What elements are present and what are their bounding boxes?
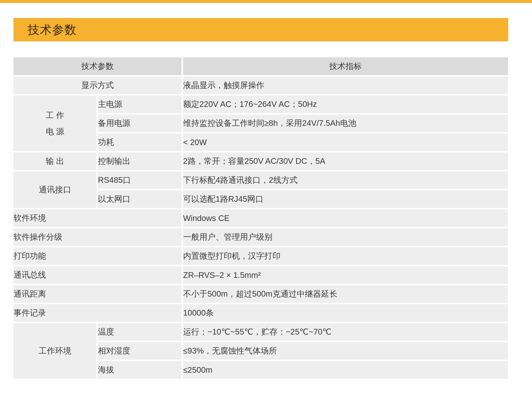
table-row-rs485: 通讯接口 RS485口 下行标配4路通讯接口，2线方式 [14, 171, 508, 189]
table-row-printing: 打印功能 内置微型打印机，汉字打印 [14, 247, 508, 265]
row-altitude-value: ≤2500m [183, 361, 508, 379]
row-display-label: 显示方式 [14, 77, 182, 94]
table-row-event-log: 事件记录 10000条 [14, 304, 508, 322]
row-comm-distance-label: 通讯距离 [14, 285, 182, 303]
row-control-output-value: 2路，常开；容量250V AC/30V DC，5A [183, 152, 508, 170]
row-backup-power-label: 备用电源 [98, 115, 182, 132]
row-comm-bus-value: ZR–RVS–2 × 1.5mm² [183, 266, 508, 284]
row-rs485-value: 下行标配4路通讯接口，2线方式 [183, 171, 508, 189]
row-main-power-value: 额定220V AC；176~264V AC；50Hz [183, 96, 508, 113]
row-backup-power-value: 维持监控设备工作时间≥8h，采用24V/7.5Ah电池 [183, 115, 508, 132]
row-software-levels-label: 软件操作分级 [14, 228, 182, 246]
row-consumption-value: < 20W [183, 134, 508, 151]
row-humidity-value: ≤93%，无腐蚀性气体场所 [183, 342, 508, 360]
row-software-env-value: Windows CE [183, 209, 508, 227]
table-row-comm-distance: 通讯距离 不小于500m，超过500m克通过中继器延长 [14, 285, 508, 303]
row-event-log-value: 10000条 [183, 304, 508, 322]
spec-table-container: 技术参数 技术指标 显示方式 液晶显示，触摸屏操作 工 作 电 源 主电源 额定… [12, 56, 509, 380]
row-humidity-label: 相对湿度 [98, 342, 182, 360]
table-row-temperature: 工作环境 温度 运行：−10℃~55℃，贮存：−25℃~70℃ [14, 323, 508, 341]
group-cell-comm-interface: 通讯接口 [14, 171, 96, 208]
row-rs485-label: RS485口 [98, 171, 182, 189]
row-ethernet-value: 可以选配1路RJ45网口 [183, 190, 508, 208]
table-header-row: 技术参数 技术指标 [14, 57, 508, 75]
group-working-power-line2: 电 源 [14, 123, 96, 140]
section-title: 技术参数 [14, 22, 77, 38]
table-row-main-power: 工 作 电 源 主电源 额定220V AC；176~264V AC；50Hz [14, 96, 508, 113]
row-comm-distance-value: 不小于500m，超过500m克通过中继器延长 [183, 285, 508, 303]
table-row-software-env: 软件环境 Windows CE [14, 209, 508, 227]
row-comm-bus-label: 通讯总线 [14, 266, 182, 284]
row-event-log-label: 事件记录 [14, 304, 182, 322]
row-display-value: 液晶显示，触摸屏操作 [183, 77, 508, 94]
table-row-control-output: 输 出 控制输出 2路，常开；容量250V AC/30V DC，5A [14, 152, 508, 170]
row-software-levels-value: 一般用户、管理用户级别 [183, 228, 508, 246]
header-cell-indicator: 技术指标 [183, 57, 508, 75]
spec-table: 技术参数 技术指标 显示方式 液晶显示，触摸屏操作 工 作 电 源 主电源 额定… [12, 56, 509, 380]
row-ethernet-label: 以太网口 [98, 190, 182, 208]
row-software-env-label: 软件环境 [14, 209, 182, 227]
top-accent-strip [0, 0, 532, 3]
row-main-power-label: 主电源 [98, 96, 182, 113]
table-row-comm-bus: 通讯总线 ZR–RVS–2 × 1.5mm² [14, 266, 508, 284]
row-altitude-label: 海拔 [98, 361, 182, 379]
page: { "page": { "bg": "#ffffff" }, "top_stri… [0, 0, 532, 404]
row-printing-label: 打印功能 [14, 247, 182, 265]
row-consumption-label: 功耗 [98, 134, 182, 151]
table-row-software-levels: 软件操作分级 一般用户、管理用户级别 [14, 228, 508, 246]
group-cell-working-power: 工 作 电 源 [14, 96, 96, 151]
row-control-output-label: 控制输出 [98, 152, 182, 170]
row-printing-value: 内置微型打印机，汉字打印 [183, 247, 508, 265]
header-cell-parameter: 技术参数 [14, 57, 182, 75]
group-cell-output: 输 出 [14, 152, 96, 170]
group-working-power-line1: 工 作 [14, 107, 96, 123]
section-title-bar: 技术参数 [14, 18, 508, 41]
group-cell-work-env: 工作环境 [14, 323, 96, 379]
row-temperature-value: 运行：−10℃~55℃，贮存：−25℃~70℃ [183, 323, 508, 341]
table-row-display: 显示方式 液晶显示，触摸屏操作 [14, 77, 508, 94]
row-temperature-label: 温度 [98, 323, 182, 341]
